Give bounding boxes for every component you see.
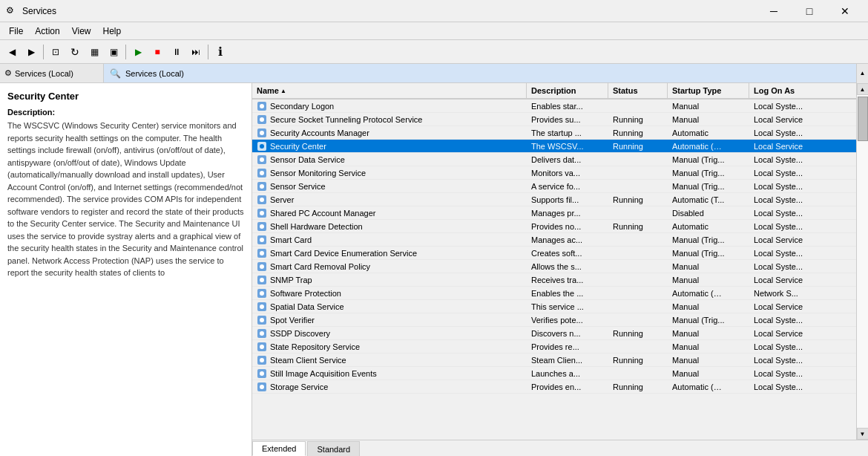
cell-startup: Manual (Trig... [668,233,749,246]
column-header-startup[interactable]: Startup Type [668,83,749,98]
service-icon [257,101,267,111]
cell-startup: Manual (Trig... [668,180,749,192]
cell-description: Allows the s... [527,260,608,273]
cell-status [608,300,668,313]
minimize-button[interactable]: ─ [757,4,791,19]
forward-button[interactable]: ▶ [22,43,40,61]
table-row[interactable]: Sensor Data Service Delivers dat... Manu… [252,153,856,166]
column-header-name[interactable]: Name ▲ [252,83,527,98]
cell-name: Smart Card [252,233,527,246]
left-panel-description: The WSCSVC (Windows Security Center) ser… [7,120,244,279]
table-row[interactable]: Smart Card Manages ac... Manual (Trig...… [252,233,856,247]
disconnect-button[interactable]: ▣ [105,43,122,61]
service-icon [257,128,267,138]
tab-standard[interactable]: Standard [307,441,360,456]
maximize-button[interactable]: □ [792,4,826,19]
table-row[interactable]: SSDP Discovery Discovers n... Running Ma… [252,327,856,340]
cell-status: Running [608,220,668,232]
address-icon: 🔍 [110,68,121,79]
service-icon [257,302,267,312]
table-row[interactable]: Security Accounts Manager The startup ..… [252,126,856,140]
menu-action[interactable]: Action [29,25,65,38]
left-panel-description-label: Description: [7,108,244,117]
cell-name: Security Center [252,140,527,152]
scroll-track[interactable] [857,95,869,428]
cell-name: Security Accounts Manager [252,126,527,139]
cell-logon: Local Syste... [749,380,846,393]
service-icon [257,168,267,178]
table-row[interactable]: Shared PC Account Manager Manages pr... … [252,206,856,220]
svg-point-29 [260,291,264,296]
table-row[interactable]: Smart Card Device Enumeration Service Cr… [252,247,856,260]
cell-name: Server [252,193,527,206]
cell-status [608,233,668,246]
toolbar-separator-1 [43,45,44,59]
table-row[interactable]: Sensor Service A service fo... Manual (T… [252,180,856,193]
cell-startup: Manual [668,100,749,112]
table-row[interactable]: Software Protection Enables the ... Auto… [252,287,856,300]
table-row[interactable]: Steam Client Service Steam Clien... Runn… [252,354,856,367]
service-icon [257,315,267,325]
table-row[interactable]: Shell Hardware Detection Provides no... … [252,220,856,233]
cell-description: Verifies pote... [527,313,608,326]
cell-logon: Local Syste... [749,100,846,112]
table-row[interactable]: Sensor Monitoring Service Monitors va...… [252,166,856,180]
table-row[interactable]: Secondary Logon Enables star... Manual L… [252,100,856,113]
tab-extended[interactable]: Extended [252,441,306,456]
cell-logon: Local Syste... [749,153,846,166]
scroll-up-button[interactable]: ▲ [857,83,869,95]
map-network-button[interactable]: ▦ [85,43,103,61]
menu-view[interactable]: View [66,25,97,38]
service-icon [257,208,267,218]
column-header-logon[interactable]: Log On As [749,83,846,98]
service-icon [257,355,267,365]
cell-startup: Automatic [668,220,749,232]
table-row[interactable]: Secure Socket Tunneling Protocol Service… [252,113,856,126]
table-row[interactable]: Spot Verifier Verifies pote... Manual (T… [252,313,856,327]
menu-file[interactable]: File [3,25,29,38]
table-row[interactable]: SNMP Trap Receives tra... Manual Local S… [252,273,856,287]
table-row[interactable]: Storage Service Provides en... Running A… [252,380,856,394]
address-scroll-up[interactable]: ▲ [856,64,868,83]
back-button[interactable]: ◀ [3,43,21,61]
refresh-button[interactable]: ↻ [66,43,84,61]
table-row[interactable]: Server Supports fil... Running Automatic… [252,193,856,206]
start-service-button[interactable]: ▶ [129,43,147,61]
cell-startup: Manual [668,113,749,126]
scroll-down-button[interactable]: ▼ [857,428,869,440]
table-row[interactable]: Still Image Acquisition Events Launches … [252,367,856,380]
properties-button[interactable]: ℹ [211,43,229,61]
pause-service-button[interactable]: ⏸ [168,43,185,61]
table-row[interactable]: State Repository Service Provides re... … [252,340,856,354]
scroll-thumb[interactable] [858,97,868,141]
cell-description: Supports fil... [527,193,608,206]
svg-point-5 [260,131,264,135]
svg-point-25 [260,264,264,269]
column-header-status[interactable]: Status [608,83,668,98]
cell-startup: Disabled [668,206,749,219]
service-icon [257,261,267,272]
table-header: Name ▲ Description Status Startup Type [252,83,856,100]
close-button[interactable]: ✕ [828,4,862,19]
table-row[interactable]: Smart Card Removal Policy Allows the s..… [252,260,856,273]
cell-description: Creates soft... [527,247,608,259]
menu-help[interactable]: Help [97,25,128,38]
column-header-description[interactable]: Description [527,83,608,98]
cell-name: Secure Socket Tunneling Protocol Service [252,113,527,126]
up-button[interactable]: ⊡ [47,43,65,61]
service-icon [257,248,267,258]
cell-name: Steam Client Service [252,354,527,366]
cell-status [608,367,668,380]
table-row[interactable]: Spatial Data Service This service ... Ma… [252,300,856,313]
cell-logon: Local Service [749,233,846,246]
table-row[interactable]: Security Center The WSCSV... Running Aut… [252,140,856,153]
resume-service-button[interactable]: ⏭ [187,43,205,61]
toolbar-separator-2 [125,45,126,59]
address-sidebar-item[interactable]: ⚙ Services (Local) [0,64,104,82]
stop-service-button[interactable]: ■ [148,43,166,61]
cell-description: Provides en... [527,380,608,393]
svg-point-37 [260,345,264,349]
cell-name: SNMP Trap [252,273,527,286]
cell-logon: Network S... [749,287,846,299]
cell-name: Storage Service [252,380,527,393]
